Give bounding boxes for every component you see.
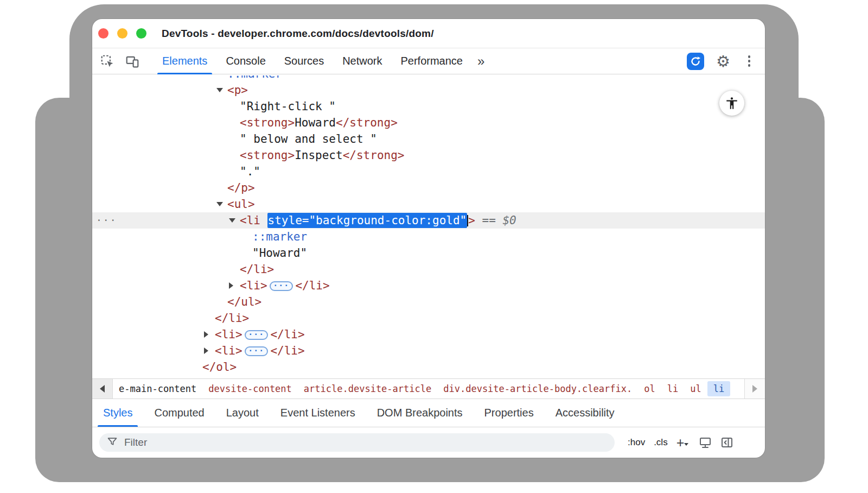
dropdown-caret-icon <box>684 443 688 446</box>
tree-row[interactable]: " below and select " <box>92 131 765 147</box>
tree-row[interactable]: "Howard" <box>92 245 765 261</box>
breadcrumb-item[interactable]: div.devsite-article-body.clearfix. <box>437 381 638 396</box>
disclosure-down-icon[interactable] <box>216 88 223 92</box>
dom-tree-scroll-content: ::marker<p>"Right-click "<strong>Howard<… <box>92 75 765 375</box>
code-token: "Howard" <box>252 246 307 260</box>
expand-ellipsis-button[interactable]: ··· <box>245 330 269 340</box>
breadcrumb-item[interactable]: li <box>661 381 684 396</box>
tree-row[interactable]: ···<li style="background-color:gold"> ==… <box>92 212 765 229</box>
dom-tree: ::marker<p>"Right-click "<strong>Howard<… <box>92 75 765 378</box>
row-more-icon[interactable]: ··· <box>96 212 117 229</box>
tree-row[interactable]: <strong>Howard</strong> <box>92 115 765 131</box>
disclosure-right-icon[interactable] <box>204 331 208 338</box>
rendering-emulations-icon[interactable] <box>696 433 714 452</box>
breadcrumb-item[interactable]: ul <box>684 381 707 396</box>
code-token: <strong> <box>240 149 295 162</box>
breadcrumb-scroll-left-button[interactable] <box>92 379 113 399</box>
filter-field[interactable] <box>99 433 615 452</box>
code-token: ::marker <box>227 75 282 80</box>
scroll-right-icon <box>752 385 757 393</box>
tab-performance[interactable]: Performance <box>392 48 473 74</box>
tree-row[interactable]: <li>···</li> <box>92 326 765 343</box>
code-token: </strong> <box>343 149 405 162</box>
breadcrumb: e-main-contentdevsite-contentarticle.dev… <box>92 378 765 399</box>
breadcrumb-item[interactable]: li <box>707 381 730 396</box>
disclosure-down-icon[interactable] <box>229 218 235 223</box>
breadcrumb-item[interactable]: devsite-content <box>202 381 298 396</box>
tab-elements[interactable]: Elements <box>153 48 216 74</box>
breadcrumb-item[interactable]: ol <box>638 381 661 396</box>
expand-ellipsis-button[interactable]: ··· <box>270 281 293 291</box>
code-token: <li> <box>215 328 242 341</box>
tree-row[interactable]: <p> <box>92 82 765 98</box>
code-token: "Right-click " <box>240 100 336 113</box>
tree-row[interactable]: ::marker <box>92 75 765 82</box>
disclosure-down-icon[interactable] <box>216 202 223 206</box>
code-token: </li> <box>270 328 304 341</box>
code-token: == <box>475 214 503 227</box>
element-classes-button[interactable]: .cls <box>649 435 672 450</box>
code-token: " below and select " <box>240 132 377 146</box>
breadcrumb-scroll-right-button[interactable] <box>744 379 765 399</box>
tab-accessibility[interactable]: Accessibility <box>545 399 626 427</box>
code-token: </li> <box>215 312 249 325</box>
devtools-window: DevTools - developer.chrome.com/docs/dev… <box>92 19 765 458</box>
title-bar: DevTools - developer.chrome.com/docs/dev… <box>92 19 765 48</box>
styles-toolbar-controls: :hov .cls + <box>623 433 736 453</box>
tab-layout[interactable]: Layout <box>215 399 270 427</box>
tab-event-listeners[interactable]: Event Listeners <box>270 399 366 427</box>
tab-dom-breakpoints[interactable]: DOM Breakpoints <box>366 399 474 427</box>
expand-ellipsis-button[interactable]: ··· <box>245 346 269 356</box>
inspect-element-icon[interactable] <box>98 52 117 71</box>
device-toolbar-icon[interactable] <box>123 52 142 71</box>
minimize-window-button[interactable] <box>117 28 127 39</box>
sync-refresh-icon[interactable] <box>687 53 704 70</box>
tree-row[interactable]: </ul> <box>92 294 765 310</box>
code-token: ::marker <box>252 230 307 243</box>
accessibility-person-icon <box>725 96 739 110</box>
tree-row[interactable]: <li>···</li> <box>92 343 765 359</box>
disclosure-right-icon[interactable] <box>229 282 233 289</box>
code-token: </li> <box>270 344 304 357</box>
disclosure-right-icon[interactable] <box>204 347 208 354</box>
tab-sources[interactable]: Sources <box>275 48 333 74</box>
tab-computed[interactable]: Computed <box>143 399 215 427</box>
tab-network[interactable]: Network <box>333 48 391 74</box>
tab-styles[interactable]: Styles <box>92 399 143 427</box>
code-token: </ol> <box>202 361 237 374</box>
breadcrumb-items: e-main-contentdevsite-contentarticle.dev… <box>113 379 744 399</box>
tab-console[interactable]: Console <box>216 48 275 74</box>
code-token: > <box>468 214 475 227</box>
more-menu-icon[interactable] <box>741 52 757 71</box>
tree-row[interactable]: </p> <box>92 180 765 196</box>
more-tabs-icon[interactable]: » <box>477 49 484 73</box>
filter-input[interactable] <box>123 436 607 449</box>
code-token: <strong> <box>240 116 295 129</box>
tree-row[interactable]: <ul> <box>92 196 765 212</box>
breadcrumb-item[interactable]: e-main-content <box>113 381 202 396</box>
toggle-element-state-button[interactable]: :hov <box>623 435 649 450</box>
code-token: <ul> <box>227 198 255 211</box>
accessibility-overlay-button[interactable] <box>719 91 744 116</box>
breadcrumb-item[interactable]: article.devsite-article <box>298 381 437 396</box>
code-token: </li> <box>295 279 329 292</box>
code-token: </li> <box>240 263 274 276</box>
tree-row[interactable]: </ol> <box>92 359 765 375</box>
sidebar-toggle-icon[interactable] <box>718 433 736 452</box>
zoom-window-button[interactable] <box>136 28 146 39</box>
tree-row[interactable]: <strong>Inspect</strong> <box>92 147 765 163</box>
code-token: $0 <box>502 214 516 227</box>
code-token: </strong> <box>336 116 398 129</box>
close-window-button[interactable] <box>98 28 108 39</box>
styles-filter-bar: :hov .cls + <box>92 427 765 458</box>
settings-gear-icon[interactable]: ⚙ <box>714 52 732 71</box>
tree-row[interactable]: <li>···</li> <box>92 277 765 294</box>
code-token: Howard <box>295 116 336 129</box>
new-style-rule-button[interactable]: + <box>672 433 693 453</box>
tree-row[interactable]: </li> <box>92 310 765 326</box>
tree-row[interactable]: </li> <box>92 261 765 277</box>
tree-row[interactable]: "Right-click " <box>92 98 765 115</box>
tree-row[interactable]: "." <box>92 163 765 180</box>
tree-row[interactable]: ::marker <box>92 229 765 245</box>
tab-properties[interactable]: Properties <box>474 399 545 427</box>
